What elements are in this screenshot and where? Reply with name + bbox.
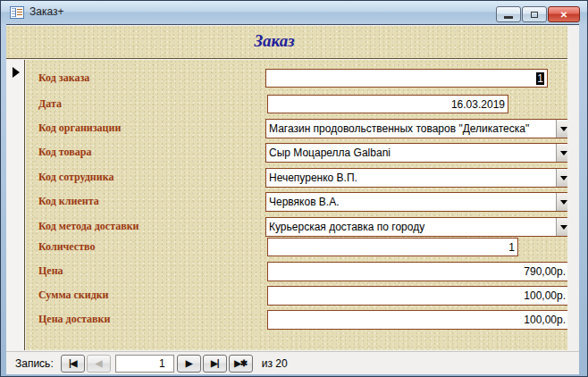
last-record-button[interactable]: ▶| bbox=[203, 355, 227, 373]
maximize-button[interactable] bbox=[522, 6, 547, 22]
field-2-value: Магазин продовольственных товаров "Делик… bbox=[266, 122, 556, 135]
field-2-label: Код организации bbox=[38, 121, 121, 135]
field-8-textbox[interactable]: 790,00р. bbox=[267, 262, 569, 281]
title-bar: Заказ+ ✕ bbox=[1, 1, 587, 24]
form-title: Заказ bbox=[6, 31, 542, 51]
field-2-combobox[interactable]: Магазин продовольственных товаров "Делик… bbox=[265, 119, 572, 138]
field-0-label: Код заказа bbox=[38, 71, 89, 85]
window-title: Заказ+ bbox=[29, 5, 63, 18]
field-8-value: 790,00р. bbox=[268, 265, 568, 278]
field-4-value: Нечепуренко В.П. bbox=[266, 172, 556, 184]
close-icon: ✕ bbox=[560, 10, 567, 20]
field-3-label: Код товара bbox=[38, 146, 91, 159]
current-record-arrow-icon bbox=[13, 67, 20, 78]
field-6-value: Курьерская доставка по городу bbox=[266, 221, 556, 233]
minimize-button[interactable] bbox=[496, 6, 521, 22]
record-nav-label: Запись: bbox=[15, 357, 54, 370]
field-6-label: Код метода доставки bbox=[38, 220, 139, 233]
minimize-icon bbox=[504, 16, 513, 19]
form-header: Заказ bbox=[6, 26, 567, 59]
field-0-textbox[interactable]: 1 bbox=[265, 69, 548, 88]
field-9-textbox[interactable]: 100,00р. bbox=[267, 286, 569, 306]
field-5-value: Червяков В.А. bbox=[266, 196, 556, 208]
record-navigation-bar: Запись: |◀ ◀ 1 ▶ ▶| ▶✱ из 20 bbox=[6, 351, 579, 374]
field-7-value: 1 bbox=[268, 241, 517, 254]
field-5-label: Код клиента bbox=[38, 195, 99, 208]
record-selector-bar[interactable] bbox=[6, 60, 25, 350]
form-icon bbox=[10, 6, 24, 19]
close-button[interactable]: ✕ bbox=[548, 6, 580, 22]
field-5-combobox[interactable]: Червяков В.А. bbox=[265, 192, 572, 212]
field-1-value: 16.03.2019 bbox=[268, 98, 508, 111]
maximize-icon bbox=[531, 12, 538, 18]
new-record-button[interactable]: ▶✱ bbox=[229, 355, 253, 373]
field-7-label: Количество bbox=[38, 240, 95, 254]
field-7-textbox[interactable]: 1 bbox=[267, 238, 518, 256]
access-form-window: Заказ+ ✕ Заказ Код заказа1Дата16.03.2019… bbox=[0, 0, 588, 377]
field-6-combobox[interactable]: Курьерская доставка по городу bbox=[265, 217, 572, 237]
field-10-textbox[interactable]: 100,00р. bbox=[267, 310, 569, 330]
field-9-value: 100,00р. bbox=[268, 289, 568, 302]
field-1-textbox[interactable]: 16.03.2019 bbox=[267, 95, 508, 113]
previous-record-button[interactable]: ◀ bbox=[87, 355, 111, 373]
field-4-label: Код сотрудника bbox=[38, 171, 113, 184]
form-detail-section: Код заказа1Дата16.03.2019Код организации… bbox=[26, 60, 567, 350]
field-3-value: Сыр Моцарелла Galbani bbox=[266, 147, 556, 159]
field-3-combobox[interactable]: Сыр Моцарелла Galbani bbox=[265, 143, 572, 163]
field-9-label: Сумма скидки bbox=[38, 289, 109, 302]
field-10-value: 100,00р. bbox=[268, 314, 568, 326]
right-gutter bbox=[567, 25, 579, 350]
next-record-button[interactable]: ▶ bbox=[177, 355, 201, 373]
field-4-combobox[interactable]: Нечепуренко В.П. bbox=[265, 168, 572, 188]
form-client-area: Заказ Код заказа1Дата16.03.2019Код орган… bbox=[6, 24, 579, 373]
first-record-button[interactable]: |◀ bbox=[61, 355, 85, 373]
field-8-label: Цена bbox=[38, 264, 63, 278]
current-record-input[interactable]: 1 bbox=[115, 355, 174, 373]
field-0-selected-text: 1 bbox=[536, 72, 544, 85]
field-0-value: 1 bbox=[266, 72, 547, 85]
record-count-label: из 20 bbox=[262, 357, 288, 370]
field-10-label: Цена доставки bbox=[38, 313, 110, 326]
field-1-label: Дата bbox=[38, 97, 62, 111]
